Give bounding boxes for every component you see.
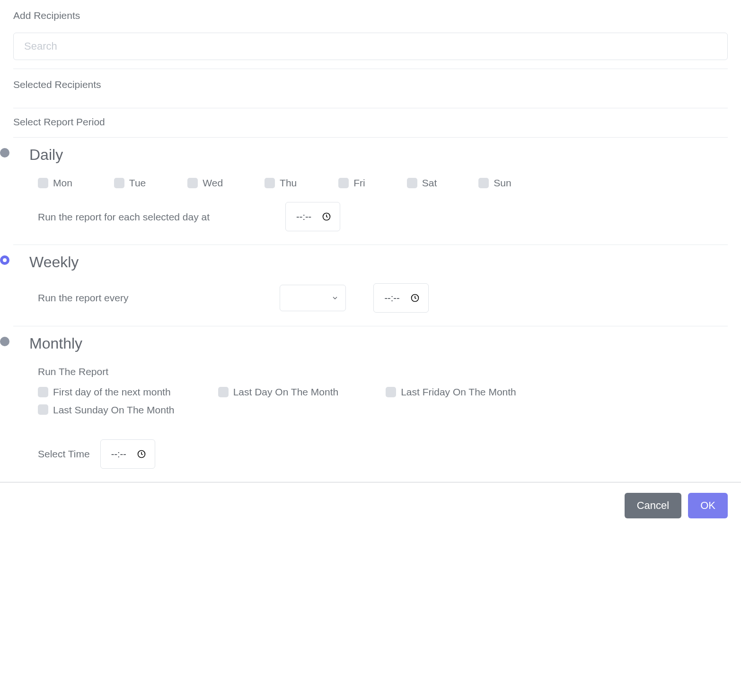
label-thu: Thu: [280, 176, 297, 190]
weekly-title: Weekly: [16, 252, 728, 273]
monthly-title: Monthly: [16, 333, 728, 354]
footer: Cancel OK: [0, 482, 741, 529]
add-recipients-label: Add Recipients: [13, 9, 728, 22]
label-first-day-next: First day of the next month: [53, 385, 171, 399]
select-report-period-heading: Select Report Period: [13, 108, 728, 137]
clock-icon: [322, 212, 331, 221]
daily-time-value: --:--: [296, 210, 311, 223]
label-sun: Sun: [494, 176, 511, 190]
ok-button[interactable]: OK: [688, 493, 728, 518]
checkbox-sat[interactable]: [407, 178, 417, 188]
monthly-time-value: --:--: [111, 447, 126, 461]
label-wed: Wed: [203, 176, 223, 190]
checkbox-last-day[interactable]: [218, 387, 229, 397]
weekly-run-text: Run the report every: [38, 291, 128, 305]
checkbox-thu[interactable]: [265, 178, 275, 188]
cancel-button[interactable]: Cancel: [625, 493, 681, 518]
label-sat: Sat: [422, 176, 437, 190]
weekly-time-input[interactable]: --:--: [373, 283, 428, 313]
divider: [13, 69, 728, 69]
label-last-day: Last Day On The Month: [233, 385, 339, 399]
monthly-select-time-label: Select Time: [38, 447, 90, 461]
checkbox-fri[interactable]: [338, 178, 349, 188]
search-input[interactable]: [13, 33, 728, 60]
checkbox-tue[interactable]: [114, 178, 124, 188]
checkbox-wed[interactable]: [187, 178, 198, 188]
radio-daily[interactable]: [0, 148, 9, 158]
chevron-down-icon: [331, 294, 339, 302]
daily-title: Daily: [16, 144, 728, 166]
selected-recipients-label: Selected Recipients: [13, 78, 728, 103]
daily-run-text: Run the report for each selected day at: [38, 210, 210, 224]
monthly-run-label: Run The Report: [38, 365, 728, 378]
weekly-time-value: --:--: [384, 291, 399, 305]
clock-icon: [410, 293, 420, 303]
checkbox-first-day-next[interactable]: [38, 387, 48, 397]
checkbox-last-friday[interactable]: [386, 387, 396, 397]
monthly-time-input[interactable]: --:--: [100, 439, 155, 469]
daily-time-input[interactable]: --:--: [285, 202, 340, 231]
daily-day-checkboxes: Mon Tue Wed Thu Fri Sat Sun: [38, 176, 728, 190]
radio-monthly[interactable]: [0, 337, 9, 346]
label-last-friday: Last Friday On The Month: [401, 385, 516, 399]
label-fri: Fri: [353, 176, 365, 190]
radio-weekly[interactable]: [0, 255, 9, 265]
label-tue: Tue: [129, 176, 146, 190]
label-last-sunday: Last Sunday On The Month: [53, 403, 174, 417]
checkbox-mon[interactable]: [38, 178, 48, 188]
label-mon: Mon: [53, 176, 72, 190]
clock-icon: [137, 449, 146, 459]
checkbox-last-sunday[interactable]: [38, 404, 48, 415]
weekly-day-select[interactable]: [280, 285, 346, 311]
checkbox-sun[interactable]: [478, 178, 489, 188]
